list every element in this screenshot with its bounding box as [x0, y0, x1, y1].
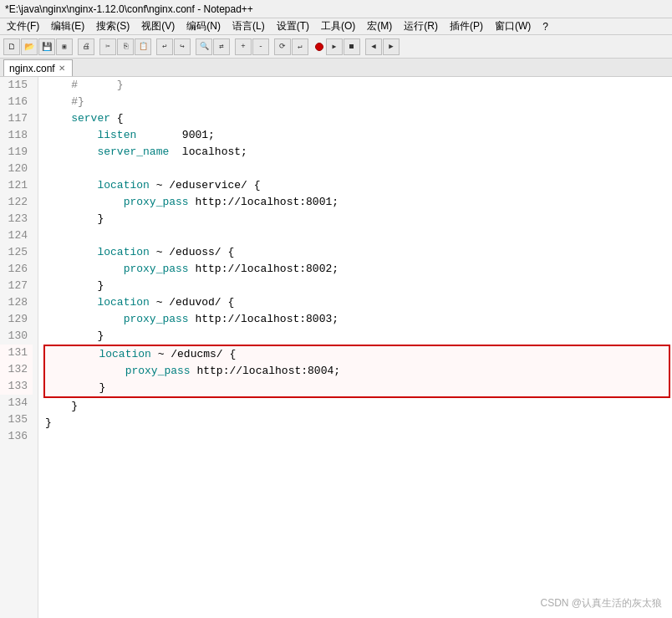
line-num-125: 125: [0, 244, 33, 261]
line-num-123: 123: [0, 211, 33, 227]
tb-next[interactable]: ▶: [383, 38, 400, 55]
code-line-115: # }: [45, 77, 672, 94]
tab-close-icon[interactable]: ✕: [59, 64, 65, 73]
code-line-118: listen 9001;: [45, 127, 672, 144]
line-num-124: 124: [0, 227, 33, 244]
tb-copy[interactable]: ⎘: [117, 38, 134, 55]
line-num-120: 120: [0, 161, 33, 177]
tb-sync[interactable]: ⟳: [274, 38, 291, 55]
code-line-123: }: [45, 211, 672, 227]
line-num-126: 126: [0, 261, 33, 278]
tb-undo[interactable]: ↩: [156, 38, 173, 55]
tb-prev[interactable]: ◀: [365, 38, 382, 55]
code-line-116: #}: [45, 94, 672, 110]
menu-encode[interactable]: 编码(N): [183, 19, 224, 33]
code-panel[interactable]: # } #} server { listen 9001; server_name…: [38, 77, 672, 618]
code-line-130: }: [45, 328, 672, 345]
code-line-131: location ~ /educms/ {: [47, 346, 669, 363]
title-bar: *E:\java\nginx\nginx-1.12.0\conf\nginx.c…: [0, 0, 672, 18]
menu-help[interactable]: ?: [539, 21, 552, 33]
line-num-121: 121: [0, 177, 33, 194]
tb-wrap[interactable]: ↵: [292, 38, 308, 55]
line-num-122: 122: [0, 194, 33, 211]
code-line-122: proxy_pass http://localhost:8001;: [45, 194, 672, 211]
menu-plugins[interactable]: 插件(P): [446, 19, 486, 33]
tab-label: nginx.conf: [9, 63, 55, 74]
line-num-118: 118: [0, 127, 33, 144]
line-num-130: 130: [0, 328, 33, 345]
line-num-135: 135: [0, 411, 33, 428]
tb-redo[interactable]: ↪: [174, 38, 191, 55]
menu-tools[interactable]: 工具(O): [318, 19, 359, 33]
tb-open[interactable]: 📂: [21, 38, 38, 55]
tab-bar: nginx.conf ✕: [0, 59, 672, 77]
line-numbers-panel: 115 116 117 118 119 120 121 122 123 124 …: [0, 77, 38, 618]
line-num-133: 133: [0, 378, 33, 395]
menu-view[interactable]: 视图(V): [138, 19, 178, 33]
line-num-132: 132: [0, 361, 33, 378]
line-num-119: 119: [0, 144, 33, 161]
line-num-131: 131: [0, 345, 33, 361]
highlight-region: location ~ /educms/ { proxy_pass http://…: [43, 345, 670, 398]
tb-zoomout[interactable]: -: [252, 38, 269, 55]
code-line-117: server {: [45, 110, 672, 127]
tb-new[interactable]: 🗋: [3, 38, 20, 55]
menu-bar: 文件(F) 编辑(E) 搜索(S) 视图(V) 编码(N) 语言(L) 设置(T…: [0, 18, 672, 35]
menu-window[interactable]: 窗口(W): [491, 19, 534, 33]
code-line-126: proxy_pass http://localhost:8002;: [45, 261, 672, 278]
menu-settings[interactable]: 设置(T): [273, 19, 313, 33]
code-line-120: [45, 161, 672, 177]
code-line-133: }: [47, 380, 669, 396]
line-num-117: 117: [0, 110, 33, 127]
line-num-136: 136: [0, 428, 33, 445]
code-line-132: proxy_pass http://localhost:8004;: [47, 363, 669, 380]
menu-search[interactable]: 搜索(S): [93, 19, 133, 33]
tb-cut[interactable]: ✂: [99, 38, 116, 55]
tb-paste[interactable]: 📋: [135, 38, 151, 55]
code-line-121: location ~ /eduservice/ {: [45, 177, 672, 194]
code-line-124: [45, 227, 672, 244]
window-title: *E:\java\nginx\nginx-1.12.0\conf\nginx.c…: [5, 3, 253, 15]
code-line-136: [45, 432, 672, 448]
menu-edit[interactable]: 编辑(E): [48, 19, 88, 33]
tb-print[interactable]: 🖨: [78, 38, 94, 55]
code-line-127: }: [45, 278, 672, 294]
menu-run[interactable]: 运行(R): [400, 19, 441, 33]
menu-lang[interactable]: 语言(L): [229, 19, 268, 33]
tb-save[interactable]: 💾: [38, 38, 55, 55]
line-num-116: 116: [0, 94, 33, 110]
tb-replace[interactable]: ⇄: [213, 38, 230, 55]
tb-find[interactable]: 🔍: [196, 38, 212, 55]
code-line-125: location ~ /eduoss/ {: [45, 244, 672, 261]
line-num-127: 127: [0, 278, 33, 294]
code-line-119: server_name localhost;: [45, 144, 672, 161]
line-num-115: 115: [0, 77, 33, 94]
code-line-129: proxy_pass http://localhost:8003;: [45, 311, 672, 328]
code-line-134: }: [45, 398, 672, 415]
watermark: CSDN @认真生活的灰太狼: [540, 595, 662, 611]
tb-macro2[interactable]: ▶: [326, 38, 343, 55]
editor-area: 115 116 117 118 119 120 121 122 123 124 …: [0, 77, 672, 618]
tb-saveall[interactable]: ▣: [56, 38, 73, 55]
tb-macro3[interactable]: ⏹: [344, 38, 360, 55]
file-tab[interactable]: nginx.conf ✕: [3, 59, 73, 76]
menu-file[interactable]: 文件(F): [3, 19, 43, 33]
line-num-129: 129: [0, 311, 33, 328]
toolbar: 🗋 📂 💾 ▣ 🖨 ✂ ⎘ 📋 ↩ ↪ 🔍 ⇄ + - ⟳ ↵ ▶ ⏹ ◀ ▶: [0, 35, 672, 59]
line-num-128: 128: [0, 294, 33, 311]
line-num-134: 134: [0, 395, 33, 411]
code-line-128: location ~ /eduvod/ {: [45, 294, 672, 311]
code-line-135: }: [45, 415, 672, 432]
tb-macro1[interactable]: [315, 43, 323, 51]
tb-zoomin[interactable]: +: [235, 38, 252, 55]
menu-macro[interactable]: 宏(M): [364, 19, 395, 33]
